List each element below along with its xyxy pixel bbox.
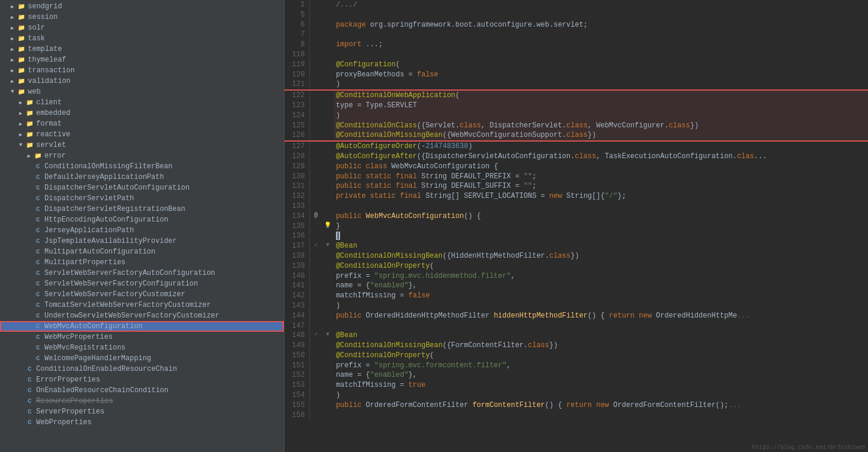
tree-item-sendgrid[interactable]: ▶ 📁 sendgrid — [0, 1, 284, 12]
tree-item-class[interactable]: ▶ C DispatcherServletPath — [0, 193, 284, 204]
code-row: 7 — [284, 30, 868, 40]
tree-item-session[interactable]: ▶ 📁 session — [0, 12, 284, 23]
code-content: public static final String DEFAULT_PREFI… — [334, 172, 868, 182]
code-content: proxyBeanMethods = false — [334, 70, 868, 80]
code-table: 1 /.../ 5 6 package org.springframework.… — [284, 0, 868, 420]
tree-item-class[interactable]: ▶ C WelcomePageHandlerMapping — [0, 353, 284, 364]
line-number: 6 — [284, 20, 310, 30]
code-row: 119 @Configuration( — [284, 60, 868, 70]
line-number: 132 — [284, 191, 310, 201]
code-content: matchIfMissing = true — [334, 380, 868, 390]
code-content: @Bean — [334, 241, 868, 251]
code-row: 151 prefix = "spring.mvc.formcontent.fil… — [284, 361, 868, 371]
tree-item-class[interactable]: ▶ C ErrorProperties — [0, 374, 284, 385]
code-row-124: 124 ) — [284, 111, 868, 121]
tree-item-class[interactable]: ▶ C JerseyApplicationPath — [0, 225, 284, 236]
code-content: @AutoConfigureAfter({DispatcherServletAu… — [334, 152, 868, 162]
tree-item-template[interactable]: ▶ 📁 template — [0, 44, 284, 55]
class-icon: C — [33, 290, 43, 299]
tree-item-embedded[interactable]: ▶ 📁 embedded — [0, 108, 284, 118]
gutter-bean: ✓ — [310, 241, 322, 251]
tree-item-task[interactable]: ▶ 📁 task — [0, 33, 284, 44]
gutter-lightbulb: 💡 — [322, 222, 334, 232]
code-content: public class WebMvcAutoConfiguration { — [334, 162, 868, 172]
gutter-collapse3: ▼ — [322, 331, 334, 341]
tree-item-class[interactable]: ▶ C ResourceProperties — [0, 396, 284, 406]
folder-icon: 📁 — [33, 151, 43, 161]
tree-item-class[interactable]: ▶ C WebMvcRegistrations — [0, 342, 284, 353]
tree-item-class[interactable]: ▶ C DispatcherServletRegistrationBean — [0, 204, 284, 214]
code-row: 148 ✓ ▼ @Bean — [284, 331, 868, 341]
code-row-125: 125 @ConditionalOnClass({Servlet.class, … — [284, 121, 868, 131]
expand-arrow: ▶ — [8, 4, 17, 10]
tree-label: format — [36, 120, 62, 128]
gutter-collapse — [322, 211, 334, 222]
line-number: 155 — [284, 400, 310, 411]
code-row: 139 @ConditionalOnProperty( — [284, 261, 868, 271]
tree-item-error[interactable]: ▶ 📁 error — [0, 150, 284, 161]
tree-item-client[interactable]: ▶ 📁 client — [0, 97, 284, 108]
line-number: 8 — [284, 40, 310, 50]
tree-item-class[interactable]: ▶ C WebProperties — [0, 417, 284, 428]
tree-item-class[interactable]: ▶ C MultipartAutoConfiguration — [0, 246, 284, 257]
code-content: name = {"enabled"}, — [334, 370, 868, 380]
tree-item-class[interactable]: ▶ C ServletWebServerFactoryAutoConfigura… — [0, 268, 284, 278]
tree-item-thymeleaf[interactable]: ▶ 📁 thymeleaf — [0, 55, 284, 65]
code-content: private static final String[] SERVLET_LO… — [334, 191, 868, 201]
tree-item-class[interactable]: ▶ C ServletWebServerFactoryConfiguration — [0, 278, 284, 289]
file-tree[interactable]: ▶ 📁 sendgrid ▶ 📁 session ▶ 📁 solr ▶ 📁 ta… — [0, 0, 284, 452]
folder-icon: 📁 — [17, 2, 26, 11]
tree-item-class[interactable]: ▶ C MultipartProperties — [0, 257, 284, 268]
tree-item-class[interactable]: ▶ C JspTemplateAvailabilityProvider — [0, 236, 284, 246]
folder-icon: 📁 — [25, 98, 34, 107]
tree-item-class[interactable]: ▶ C ConditionalOnEnabledResourceChain — [0, 364, 284, 374]
line-number: 144 — [284, 311, 310, 321]
tree-item-validation[interactable]: ▶ 📁 validation — [0, 76, 284, 86]
code-row: 142 matchIfMissing = false — [284, 291, 868, 301]
tree-item-servlet[interactable]: ▼ 📁 servlet — [0, 140, 284, 150]
tree-label: WebMvcRegistrations — [44, 344, 126, 352]
tree-label: DefaultJerseyApplicationPath — [44, 173, 164, 181]
tree-item-transaction[interactable]: ▶ 📁 transaction — [0, 65, 284, 76]
tree-item-class[interactable]: ▶ C ServerProperties — [0, 406, 284, 417]
line-number: 123 — [284, 101, 310, 111]
tree-item-reactive[interactable]: ▶ 📁 reactive — [0, 129, 284, 140]
line-number: 1 — [284, 0, 310, 10]
line-number: 141 — [284, 281, 310, 291]
tree-item-class[interactable]: ▶ C ConditionalOnMissingFilterBean — [0, 161, 284, 172]
class-icon: C — [25, 396, 34, 406]
class-icon: C — [33, 183, 43, 193]
code-row: 150 @ConditionalOnProperty( — [284, 351, 868, 361]
code-content: /.../ — [334, 0, 868, 10]
tree-item-class[interactable]: ▶ C ServletWebServerFactoryCustomizer — [0, 289, 284, 300]
code-content: @ConditionalOnWebApplication( — [334, 90, 868, 101]
class-icon: C — [33, 279, 43, 288]
tree-item-webmvcautoconfiguration[interactable]: ▶ C WebMvcAutoConfiguration — [0, 321, 284, 332]
expand-arrow: ▶ — [8, 14, 17, 21]
gutter-collapse2: ▼ — [322, 241, 334, 251]
tree-item-class[interactable]: ▶ C DispatcherServletAutoConfiguration — [0, 182, 284, 193]
line-number: 154 — [284, 390, 310, 400]
tree-item-class[interactable]: ▶ C DefaultJerseyApplicationPath — [0, 172, 284, 182]
tree-item-solr[interactable]: ▶ 📁 solr — [0, 23, 284, 33]
code-row-122: 122 @ConditionalOnWebApplication( — [284, 90, 868, 101]
tree-item-class[interactable]: ▶ C HttpEncodingAutoConfiguration — [0, 214, 284, 225]
tree-label: solr — [28, 24, 45, 32]
code-content: } — [334, 222, 868, 232]
tree-item-class[interactable]: ▶ C OnEnabledResourceChainCondition — [0, 385, 284, 396]
tree-label: ErrorProperties — [36, 376, 100, 384]
tree-item-class[interactable]: ▶ C UndertowServletWebServerFactoryCusto… — [0, 310, 284, 321]
expand-arrow: ▶ — [8, 46, 17, 53]
code-row: 134 @ public WebMvcAutoConfiguration() { — [284, 211, 868, 222]
tree-label: ConditionalOnEnabledResourceChain — [36, 365, 177, 373]
class-icon: C — [33, 322, 43, 331]
class-icon: C — [33, 247, 43, 257]
tree-item-class[interactable]: ▶ C WebMvcProperties — [0, 332, 284, 342]
class-icon: C — [33, 172, 43, 182]
code-content — [334, 321, 868, 331]
tree-item-format[interactable]: ▶ 📁 format — [0, 118, 284, 129]
code-content: @ConditionalOnMissingBean({WebMvcConfigu… — [334, 130, 868, 141]
code-content: matchIfMissing = false — [334, 291, 868, 301]
tree-item-web[interactable]: ▼ 📁 web — [0, 86, 284, 97]
tree-item-class[interactable]: ▶ C TomcatServletWebServerFactoryCustomi… — [0, 300, 284, 310]
